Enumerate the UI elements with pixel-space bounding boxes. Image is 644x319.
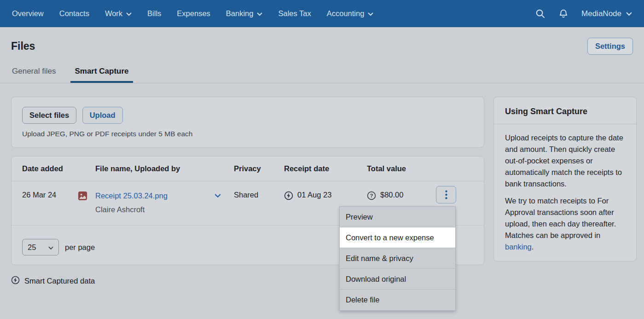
nav-items: Overview Contacts Work Bills Expenses Ba…	[12, 9, 373, 18]
select-files-button[interactable]: Select files	[22, 107, 76, 124]
help-sidebar: Using Smart Capture Upload receipts to c…	[493, 97, 637, 261]
chevron-down-icon	[626, 9, 632, 18]
settings-button[interactable]: Settings	[587, 38, 633, 55]
search-icon[interactable]	[535, 8, 545, 19]
cell-file-name: Receipt 25.03.24.png Claire Ashcroft	[95, 191, 234, 216]
chevron-down-icon	[126, 9, 132, 18]
row-actions-kebab-button[interactable]	[436, 186, 456, 203]
chevron-down-icon	[48, 243, 53, 252]
nav-right: MediaNode	[535, 8, 632, 19]
menu-item-delete-file[interactable]: Delete file	[340, 290, 455, 310]
nav-item-sales-tax[interactable]: Sales Tax	[278, 9, 311, 18]
bell-icon[interactable]	[558, 8, 569, 19]
sidebar-paragraph-2-end: .	[532, 243, 534, 251]
banking-link[interactable]: banking	[505, 243, 532, 251]
nav-item-label: Expenses	[177, 9, 210, 18]
per-page-value: 25	[28, 243, 36, 252]
nav-item-overview[interactable]: Overview	[12, 9, 44, 18]
column-header-total-value: Total value	[367, 164, 436, 173]
tabs: General files Smart Capture	[0, 61, 644, 83]
nav-item-label: Banking	[226, 9, 254, 18]
row-actions-menu: Preview Convert to a new expense Edit na…	[339, 206, 456, 311]
nav-item-label: Contacts	[59, 9, 89, 18]
upload-button[interactable]: Upload	[82, 107, 123, 124]
column-header-privacy: Privacy	[234, 164, 284, 173]
smart-captured-label: Smart Captured data	[24, 277, 95, 285]
nav-item-work[interactable]: Work	[105, 9, 132, 18]
nav-item-label: Overview	[12, 9, 44, 18]
cell-privacy: Shared	[234, 191, 284, 216]
upload-panel: Select files Upload Upload JPEG, PNG or …	[11, 97, 484, 148]
tab-general-files[interactable]: General files	[11, 61, 57, 83]
page-title: Files	[11, 40, 35, 52]
page-header: Files Settings	[0, 27, 644, 61]
sidebar-paragraph-1: Upload receipts to capture the date and …	[505, 132, 625, 190]
sidebar-paragraph-2-text: We try to match receipts to For Approval…	[505, 197, 616, 239]
receipt-date-value: 01 Aug 23	[297, 191, 331, 199]
upload-buttons: Select files Upload	[22, 107, 473, 124]
tab-smart-capture[interactable]: Smart Capture	[70, 61, 133, 83]
menu-item-convert-to-new-expense[interactable]: Convert to a new expense	[340, 227, 455, 248]
chevron-down-icon	[368, 9, 373, 18]
column-header-receipt-date: Receipt date	[284, 164, 367, 173]
nav-item-label: Accounting	[327, 9, 365, 18]
chevron-down-icon	[257, 9, 262, 18]
nav-item-label: Sales Tax	[278, 9, 311, 18]
menu-item-edit-name-privacy[interactable]: Edit name & privacy	[340, 248, 455, 269]
per-page-select[interactable]: 25	[22, 239, 59, 255]
column-header-file-name: File name, Uploaded by	[95, 164, 234, 173]
per-page-label: per page	[65, 243, 95, 252]
image-file-icon	[77, 191, 88, 201]
sidebar-body: Upload receipts to capture the date and …	[494, 124, 636, 261]
nav-item-bills[interactable]: Bills	[147, 9, 161, 18]
top-nav: Overview Contacts Work Bills Expenses Ba…	[0, 0, 644, 27]
account-name: MediaNode	[581, 9, 621, 18]
svg-text:?: ?	[370, 193, 373, 198]
content: Select files Upload Upload JPEG, PNG or …	[0, 83, 644, 286]
question-circle-icon[interactable]: ?	[367, 191, 376, 200]
smart-capture-icon	[284, 191, 293, 200]
file-name-link[interactable]: Receipt 25.03.24.png	[95, 191, 168, 200]
smart-capture-icon	[11, 276, 20, 286]
nav-item-banking[interactable]: Banking	[226, 9, 263, 18]
nav-item-label: Work	[105, 9, 122, 18]
nav-item-label: Bills	[147, 9, 161, 18]
menu-item-preview[interactable]: Preview	[340, 207, 455, 227]
sidebar-paragraph-2: We try to match receipts to For Approval…	[505, 195, 625, 253]
nav-item-accounting[interactable]: Accounting	[327, 9, 374, 18]
upload-hint: Upload JPEG, PNG or PDF receipts under 5…	[22, 130, 473, 138]
nav-item-contacts[interactable]: Contacts	[59, 9, 89, 18]
uploaded-by: Claire Ashcroft	[95, 205, 234, 214]
sidebar-title: Using Smart Capture	[494, 97, 636, 124]
column-header-date-added: Date added	[22, 164, 95, 173]
account-menu[interactable]: MediaNode	[581, 9, 632, 18]
row-expand-chevron-icon[interactable]	[215, 194, 221, 198]
menu-item-download-original[interactable]: Download original	[340, 269, 455, 290]
total-value-amount: $80.00	[380, 191, 403, 199]
nav-item-expenses[interactable]: Expenses	[177, 9, 210, 18]
table-header-row: Date added File name, Uploaded by Privac…	[12, 157, 484, 181]
